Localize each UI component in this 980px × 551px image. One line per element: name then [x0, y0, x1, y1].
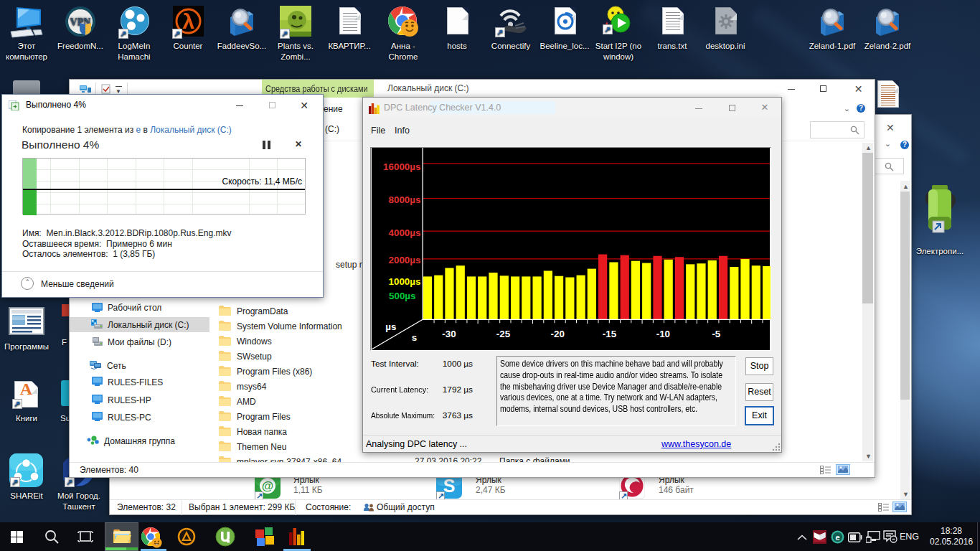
svg-text:-25: -25 — [496, 329, 511, 339]
svg-text:-5: -5 — [712, 329, 720, 339]
svg-text:2000µs: 2000µs — [389, 255, 421, 265]
svg-text:λ: λ — [182, 9, 194, 33]
svg-text:e: e — [835, 533, 839, 542]
svg-text:8000µs: 8000µs — [389, 194, 421, 205]
svg-text:S: S — [443, 476, 456, 496]
svg-text:-15: -15 — [603, 329, 617, 339]
svg-text:500µs: 500µs — [389, 291, 416, 302]
svg-text:@: @ — [262, 479, 274, 493]
svg-text:4000µs: 4000µs — [389, 227, 421, 238]
svg-text:16000µs: 16000µs — [383, 161, 420, 172]
svg-text:-30: -30 — [442, 329, 456, 339]
svg-text:-10: -10 — [656, 329, 670, 339]
svg-text:µs: µs — [385, 321, 396, 332]
svg-text:1000µs: 1000µs — [389, 276, 421, 287]
svg-text:-20: -20 — [551, 329, 565, 339]
svg-text:s: s — [412, 332, 417, 343]
